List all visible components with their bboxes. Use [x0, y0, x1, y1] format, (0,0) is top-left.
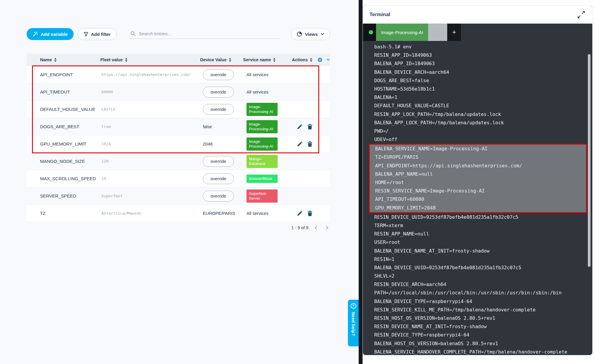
terminal-line: RESIN_APP_LOCK_PATH=/tmp/balena/updates.…	[374, 110, 588, 119]
terminal-line: RESIN_DEVICE_NAME_AT_INIT=frosty-shadow	[374, 322, 588, 331]
add-filter-button[interactable]: Add filter	[78, 28, 117, 40]
override-button[interactable]: override	[203, 191, 234, 201]
need-help-tab[interactable]: ? Need help?	[348, 300, 359, 346]
chevron-down-icon[interactable]	[326, 59, 330, 61]
terminal-line: RESIN=1	[374, 255, 588, 264]
status-dot-icon	[369, 30, 373, 34]
terminal-title: Terminal	[369, 12, 390, 18]
terminal-output[interactable]: bash-5.1# envRESIN_APP_ID=1849063BALENA_…	[363, 41, 592, 355]
table-row[interactable]: DEFAULT_HOUSE_VALUECASTLEoverrideImage-P…	[27, 101, 330, 118]
table-row[interactable]: TZAntarctica/MawsonEUROPE/PARISAll servi…	[27, 205, 330, 222]
fleet-value: 120	[101, 159, 108, 163]
device-value-cell: override	[203, 87, 246, 97]
terminal-line: SHLVL=2	[374, 272, 588, 280]
terminal-line: GPU_MEMORY_LIMIT=2048	[375, 204, 586, 212]
override-button[interactable]: override	[203, 156, 234, 167]
expand-terminal-button[interactable]	[577, 10, 586, 19]
fleet-value: 19	[101, 176, 106, 181]
edit-button[interactable]	[297, 124, 302, 129]
override-button[interactable]: override	[203, 104, 234, 115]
table-row[interactable]: SERVER_SPEEDSuperfastoverrideSuperfast-S…	[27, 187, 330, 205]
sort-icon[interactable]	[229, 58, 231, 62]
terminal-line: BALENA_SERVICE_NAME=Image-Processing-AI	[375, 145, 586, 153]
override-button[interactable]: override	[203, 173, 234, 184]
delete-button[interactable]	[308, 211, 312, 216]
pagination: 1 - 9 of 9	[27, 225, 330, 231]
views-button[interactable]: Views	[291, 28, 330, 40]
variable-name-cell: API_ENDPOINT	[27, 72, 101, 77]
variable-name: SERVER_SPEED	[40, 193, 76, 198]
override-button[interactable]: override	[203, 69, 234, 80]
panel-resize-divider[interactable]	[359, 0, 363, 364]
terminal-line: RESIN_SERVICE_KILL_ME_PATH=/tmp/balena/h…	[374, 306, 588, 314]
table-body: API_ENDPOINThttps://api.singlehashenterp…	[27, 66, 330, 222]
variable-name-cell: GPU_MEMORY_LIMIT	[27, 141, 101, 146]
service-name-cell: Superfast-Server	[246, 189, 296, 203]
table-row[interactable]: DOGS_ARE_BESTtruefalseImage-Processing-A…	[27, 118, 330, 135]
variable-name-cell: MANGO_NODE_SIZE	[27, 159, 101, 164]
table-row[interactable]: API_ENDPOINThttps://api.singlehashenterp…	[27, 66, 330, 83]
device-value-cell: EUROPE/PARIS	[203, 211, 246, 216]
column-header-service-name[interactable]: Service name	[243, 57, 292, 62]
column-label: Device Value	[200, 57, 227, 62]
device-value-cell: override	[203, 104, 246, 115]
delete-button[interactable]	[308, 124, 312, 129]
sort-icon[interactable]	[310, 58, 312, 62]
terminal-tab-image-processing-ai[interactable]: Image-Processing-AI	[376, 24, 428, 41]
device-value-cell: override	[203, 173, 246, 184]
service-badge: browserBlock	[246, 175, 278, 183]
add-filter-label: Add filter	[91, 32, 111, 37]
column-label: Actions	[292, 57, 308, 62]
column-settings-gear-icon[interactable]: ⚙	[317, 57, 322, 63]
terminal-scrollbar-thumb[interactable]	[588, 54, 591, 267]
new-terminal-tab-button[interactable]: +	[447, 24, 461, 41]
add-variable-button[interactable]: Add variable	[27, 28, 74, 40]
sort-icon[interactable]	[54, 58, 57, 62]
edit-button[interactable]	[297, 141, 302, 146]
variable-name: GPU_MEMORY_LIMIT	[40, 141, 86, 146]
column-header-name[interactable]: Name	[27, 57, 101, 62]
pencil-icon	[297, 124, 302, 129]
table-row[interactable]: GPU_MEMORY_LIMIT10242048Image-Processing…	[27, 135, 330, 153]
variable-name: API_ENDPOINT	[40, 72, 73, 77]
terminal-line: RESIN_DEVICE_ARCH=aarch64	[374, 280, 588, 289]
table-row[interactable]: MANGO_NODE_SIZE120overrideMango-Database	[27, 153, 330, 170]
fleet-value-cell: 19	[101, 176, 203, 181]
terminal-card: Terminal Image-Processing-AI + bash-5.1#…	[363, 5, 593, 355]
sort-icon[interactable]	[125, 58, 127, 62]
variable-name: API_TIMEOUT	[40, 89, 70, 94]
sort-icon[interactable]	[273, 58, 276, 62]
variable-name: MAX_SCROLLING_SPEED	[40, 176, 96, 181]
device-value-cell: override	[203, 191, 246, 201]
variable-name: TZ	[40, 211, 45, 216]
column-header-actions[interactable]: Actions⚙	[292, 57, 330, 63]
previous-page-button[interactable]	[313, 225, 319, 231]
fleet-value-cell: Antarctica/Mawson	[101, 211, 203, 215]
fleet-value: Antarctica/Mawson	[101, 211, 141, 215]
table-row[interactable]: API_TIMEOUT60000overrideAll services	[27, 83, 330, 101]
device-value-cell: false	[203, 124, 246, 129]
column-label: Fleet value	[101, 57, 123, 62]
terminal-tab-spacer	[428, 24, 447, 41]
column-header-device-value[interactable]: Device Value	[200, 57, 243, 62]
override-button[interactable]: override	[203, 87, 234, 97]
terminal-line: API_ENDPOINT=https://api.singlehashenter…	[375, 162, 586, 170]
edit-button[interactable]	[297, 211, 302, 216]
search-input[interactable]	[138, 31, 279, 36]
terminal-line: HOSTNAME=53d56e18b1c1	[374, 85, 588, 93]
terminal-line: DEFAULT_HOUSE_VALUE=CASTLE	[374, 102, 588, 110]
fleet-value: 1024	[101, 142, 111, 146]
terminal-line: TERM=xterm	[374, 221, 588, 230]
column-header-fleet-value[interactable]: Fleet value	[101, 57, 200, 62]
table-row[interactable]: MAX_SCROLLING_SPEED19overridebrowserBloc…	[27, 170, 330, 187]
actions-cell	[296, 141, 330, 147]
delete-button[interactable]	[308, 141, 312, 147]
views-pie-icon	[297, 31, 302, 37]
service-name-cell: Mango-Database	[246, 155, 296, 168]
search-icon	[130, 31, 136, 36]
fleet-value-cell: 60000	[101, 90, 203, 94]
service-name-cell: Image-Processing-AI	[246, 103, 296, 116]
fleet-value-cell: 1024	[101, 142, 203, 146]
service-badge: Mango-Database	[246, 155, 278, 168]
next-page-button[interactable]	[324, 225, 330, 231]
